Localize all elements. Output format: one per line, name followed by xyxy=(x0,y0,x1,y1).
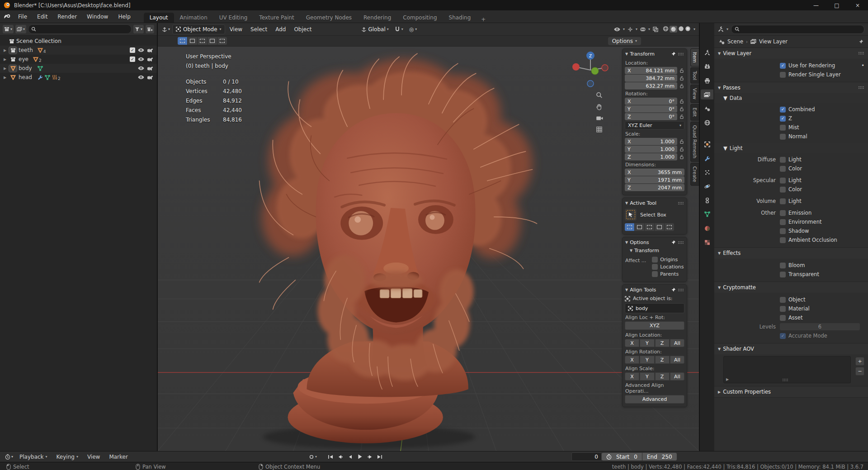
passes-data-subheader[interactable]: ▼Data xyxy=(714,93,868,103)
grip-icon[interactable] xyxy=(678,52,684,56)
viewport-zoom-icon[interactable] xyxy=(596,92,603,99)
passes-section-header[interactable]: ▼ Passes xyxy=(714,82,868,93)
orientation-dropdown[interactable]: Global xyxy=(368,26,385,33)
navigation-gizmo[interactable]: Z xyxy=(571,49,610,90)
panel-title[interactable]: Align Tools xyxy=(630,287,656,293)
play-button[interactable] xyxy=(355,453,364,461)
viewport-ortho-toggle-icon[interactable] xyxy=(596,126,603,133)
sidebar-tab-edit[interactable]: Edit xyxy=(690,104,699,120)
align-location-x[interactable]: X xyxy=(625,339,639,347)
current-frame-field[interactable]: 0 xyxy=(571,452,602,461)
gizmo-y-axis[interactable] xyxy=(591,67,599,75)
outliner-editor-type-button[interactable]: ▾ xyxy=(3,25,14,33)
viewport-menu-object[interactable]: Object xyxy=(290,26,315,33)
end-frame-field[interactable]: End250 xyxy=(642,453,677,461)
select-mode-extend[interactable] xyxy=(188,37,197,45)
show-overlays-icon[interactable] xyxy=(640,27,646,32)
viewport-editor-type-button[interactable]: ▾ xyxy=(160,25,171,33)
render-single-layer-checkbox[interactable] xyxy=(780,72,786,78)
hide-eye-icon[interactable] xyxy=(138,48,144,52)
menu-help[interactable]: Help xyxy=(113,11,135,23)
maximize-button[interactable]: □ xyxy=(826,0,847,10)
grip-icon[interactable] xyxy=(678,288,684,292)
view-layer-section-header[interactable]: ▼ View Layer xyxy=(714,48,868,59)
workspace-tab-layout[interactable]: Layout xyxy=(144,13,174,23)
align-scale-x[interactable]: X xyxy=(625,372,639,381)
show-gizmo-icon[interactable] xyxy=(627,27,633,32)
volume-light-checkbox[interactable] xyxy=(780,198,786,204)
crypto-object-checkbox[interactable] xyxy=(780,297,786,303)
start-frame-field[interactable]: Start0 xyxy=(602,453,642,461)
close-button[interactable]: × xyxy=(847,0,868,10)
jump-to-end-button[interactable] xyxy=(375,453,384,461)
shader-aov-section-header[interactable]: ▼ Shader AOV xyxy=(714,343,868,354)
mist-checkbox[interactable] xyxy=(780,125,786,131)
viewport-menu-select[interactable]: Select xyxy=(247,26,271,33)
dimensions-y-field[interactable]: Y1971 mm xyxy=(625,176,684,183)
add-workspace-button[interactable]: + xyxy=(476,16,490,23)
tab-render[interactable] xyxy=(701,61,713,71)
gizmo-x-neg-axis[interactable] xyxy=(602,65,608,71)
blender-app-icon[interactable] xyxy=(4,13,11,20)
panel-title[interactable]: Active Tool xyxy=(630,200,656,206)
menu-render[interactable]: Render xyxy=(52,11,82,23)
grip-icon[interactable] xyxy=(678,202,684,205)
next-keyframe-button[interactable] xyxy=(365,453,374,461)
viewport-canvas[interactable]: User Perspective (0) teeth | body Object… xyxy=(158,47,699,451)
tab-scene[interactable] xyxy=(701,103,713,113)
properties-search[interactable] xyxy=(731,25,864,34)
outliner-display-mode-button[interactable]: ▾ xyxy=(15,25,26,33)
dimensions-z-field[interactable]: Z2047 mm xyxy=(625,184,684,191)
workspace-tab-animation[interactable]: Animation xyxy=(174,13,213,23)
specular-color-checkbox[interactable] xyxy=(780,187,786,193)
outliner-row-body[interactable]: ▶ body xyxy=(0,64,157,73)
pin-icon[interactable] xyxy=(670,240,676,245)
outliner-row-eye[interactable]: ▶ eye 2 ✓ xyxy=(0,55,157,64)
effects-section-header[interactable]: ▼ Effects xyxy=(714,248,868,258)
workspace-tab-shading[interactable]: Shading xyxy=(443,13,477,23)
align-scale-z[interactable]: Z xyxy=(655,372,670,381)
tab-physics[interactable] xyxy=(701,181,713,191)
tab-tool[interactable] xyxy=(701,47,713,57)
tool-mode-intersect[interactable] xyxy=(665,223,674,231)
tab-texture[interactable] xyxy=(701,237,713,247)
diffuse-color-checkbox[interactable] xyxy=(780,166,786,172)
location-z-field[interactable]: 632.27 mm xyxy=(625,82,677,89)
timeline-menu-marker[interactable]: Marker xyxy=(105,454,132,460)
shading-rendered-icon[interactable] xyxy=(685,26,691,32)
hide-eye-icon[interactable] xyxy=(138,75,144,80)
timeline-menu-keying[interactable]: Keying▾ xyxy=(52,454,82,460)
lock-icon[interactable] xyxy=(679,146,684,152)
levels-slider[interactable]: 6 xyxy=(780,323,860,330)
use-for-rendering-checkbox[interactable] xyxy=(780,63,786,69)
lock-icon[interactable] xyxy=(679,106,684,112)
properties-search-input[interactable] xyxy=(741,25,861,33)
menu-window[interactable]: Window xyxy=(82,11,113,23)
custom-properties-header[interactable]: ▶ Custom Properties xyxy=(714,386,868,397)
viewport-camera-view-icon[interactable] xyxy=(596,115,603,121)
lock-icon[interactable] xyxy=(679,75,684,81)
align-location-z[interactable]: Z xyxy=(655,339,670,347)
outliner-search-input[interactable] xyxy=(38,26,128,33)
select-mode-invert[interactable] xyxy=(208,37,217,45)
expand-arrow-icon[interactable]: ▶ xyxy=(3,48,7,52)
viewport-options-button[interactable]: Options▾ xyxy=(608,37,641,45)
crypto-asset-checkbox[interactable] xyxy=(780,315,786,321)
panel-title[interactable]: Options xyxy=(630,240,649,245)
tab-output[interactable] xyxy=(701,75,713,85)
workspace-tab-uv-editing[interactable]: UV Editing xyxy=(213,13,254,23)
rotation-x-field[interactable]: X0° xyxy=(625,98,677,105)
align-xyz-button[interactable]: XYZ xyxy=(625,321,684,330)
previous-keyframe-button[interactable] xyxy=(335,453,344,461)
render-camera-icon[interactable] xyxy=(147,48,153,53)
snap-magnet-icon[interactable] xyxy=(395,27,400,32)
sidebar-tab-item[interactable]: Item xyxy=(690,48,699,66)
accurate-mode-checkbox[interactable] xyxy=(780,333,786,339)
proportional-editing-icon[interactable]: ◎ xyxy=(409,26,414,33)
scale-z-field[interactable]: Z1.000 xyxy=(625,153,677,160)
shading-solid-icon[interactable] xyxy=(670,26,676,32)
timeline-menu-view[interactable]: View xyxy=(83,454,104,460)
timeline-editor-type-button[interactable]: ▾ xyxy=(4,452,14,461)
tab-object-data[interactable] xyxy=(701,209,713,219)
shading-material-icon[interactable] xyxy=(678,26,684,32)
